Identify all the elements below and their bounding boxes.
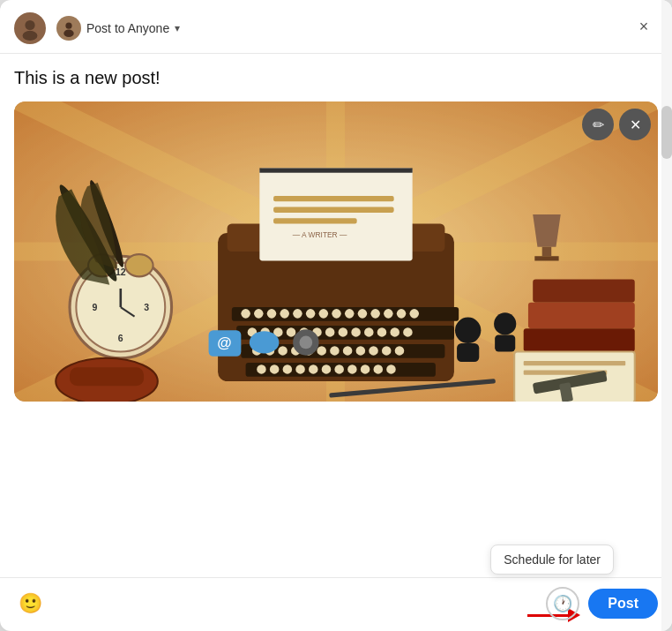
svg-rect-89	[524, 361, 626, 365]
svg-point-50	[390, 327, 399, 337]
text-area-section: This is a new post!	[0, 54, 672, 101]
typewriter-image: — A WRITER —	[14, 101, 658, 402]
svg-point-58	[330, 346, 340, 356]
svg-text:@: @	[217, 334, 231, 351]
svg-point-28	[280, 309, 289, 319]
svg-point-2	[65, 23, 71, 29]
svg-point-62	[382, 346, 392, 356]
svg-rect-87	[524, 328, 635, 351]
svg-point-0	[25, 20, 34, 30]
svg-point-97	[300, 336, 313, 349]
svg-text:— A WRITER —: — A WRITER —	[293, 230, 347, 239]
footer-right: Schedule for later 🕐 Post	[546, 587, 658, 620]
pencil-icon: ✏	[593, 116, 604, 133]
svg-rect-101	[457, 343, 479, 362]
dropdown-arrow-icon[interactable]: ▾	[175, 22, 180, 34]
svg-point-31	[319, 309, 329, 319]
close-button[interactable]: ×	[630, 12, 658, 41]
svg-point-66	[283, 364, 293, 374]
scrollbar-thumb[interactable]	[661, 106, 672, 159]
avatar-secondary	[56, 16, 81, 41]
svg-point-61	[369, 346, 378, 356]
svg-rect-17	[273, 196, 394, 201]
svg-point-29	[293, 309, 302, 319]
svg-point-47	[351, 327, 361, 337]
svg-point-67	[295, 364, 305, 374]
svg-rect-99	[534, 256, 558, 260]
svg-point-48	[364, 327, 374, 337]
scrollbar-track[interactable]	[661, 0, 672, 631]
svg-point-72	[361, 364, 370, 374]
svg-point-74	[386, 364, 396, 374]
svg-text:6: 6	[118, 333, 123, 343]
svg-point-45	[325, 327, 335, 337]
svg-rect-19	[273, 218, 357, 223]
svg-point-65	[270, 364, 280, 374]
svg-point-68	[309, 364, 318, 374]
svg-point-33	[345, 309, 355, 319]
svg-point-54	[278, 346, 287, 356]
emoji-icon: 🙂	[19, 592, 42, 615]
svg-point-70	[334, 364, 344, 374]
svg-rect-85	[533, 280, 635, 303]
svg-point-51	[403, 327, 413, 337]
svg-rect-18	[273, 207, 394, 213]
modal-body: This is a new post! ✏ ✕	[0, 54, 672, 577]
modal-footer: 🙂 Schedule for later 🕐 Post	[0, 577, 672, 631]
svg-point-49	[377, 327, 387, 337]
close-icon: ×	[639, 18, 649, 36]
create-post-modal: Post to Anyone ▾ × This is a new post! ✏…	[0, 0, 672, 631]
image-section: ✏ ✕	[14, 101, 658, 402]
svg-point-60	[356, 346, 366, 356]
emoji-button[interactable]: 🙂	[14, 588, 46, 620]
svg-point-46	[339, 327, 348, 337]
svg-point-84	[125, 254, 153, 276]
svg-point-32	[332, 309, 341, 319]
svg-point-57	[317, 346, 326, 356]
svg-point-36	[384, 309, 393, 319]
svg-point-34	[358, 309, 368, 319]
svg-rect-105	[70, 367, 144, 386]
modal-header: Post to Anyone ▾ ×	[0, 0, 672, 54]
avatar-group	[14, 12, 46, 44]
svg-rect-15	[259, 168, 412, 260]
svg-point-69	[322, 364, 332, 374]
svg-point-63	[395, 346, 405, 356]
svg-point-73	[374, 364, 384, 374]
svg-point-95	[250, 331, 280, 353]
post-text-content[interactable]: This is a new post!	[14, 68, 658, 94]
svg-rect-86	[528, 303, 635, 328]
svg-point-102	[494, 312, 516, 334]
svg-point-35	[370, 309, 380, 319]
svg-point-38	[410, 309, 420, 319]
clock-icon: 🕐	[553, 594, 572, 613]
svg-rect-16	[259, 168, 412, 172]
svg-text:9: 9	[92, 302, 97, 312]
svg-point-3	[63, 29, 73, 37]
avatar-primary	[14, 12, 46, 44]
image-overlay-buttons: ✏ ✕	[582, 109, 651, 140]
svg-point-59	[343, 346, 353, 356]
svg-rect-103	[495, 335, 515, 352]
post-to-row: Post to Anyone ▾	[53, 16, 180, 41]
svg-point-71	[347, 364, 357, 374]
schedule-tooltip: Schedule for later	[490, 545, 614, 575]
edit-image-button[interactable]: ✏	[582, 109, 614, 140]
svg-point-64	[257, 364, 266, 374]
svg-point-42	[287, 327, 296, 337]
x-icon: ✕	[630, 116, 641, 133]
svg-point-25	[241, 309, 250, 319]
svg-text:3: 3	[144, 302, 149, 312]
svg-rect-98	[542, 247, 552, 257]
post-to-text: Post to Anyone	[86, 21, 169, 35]
svg-point-30	[306, 309, 316, 319]
remove-image-button[interactable]: ✕	[619, 109, 651, 140]
svg-point-100	[455, 318, 481, 343]
post-button[interactable]: Post	[588, 589, 658, 619]
svg-point-26	[254, 309, 264, 319]
svg-point-27	[267, 309, 277, 319]
svg-point-1	[23, 31, 38, 41]
svg-point-37	[397, 309, 407, 319]
schedule-tooltip-text: Schedule for later	[504, 552, 601, 567]
